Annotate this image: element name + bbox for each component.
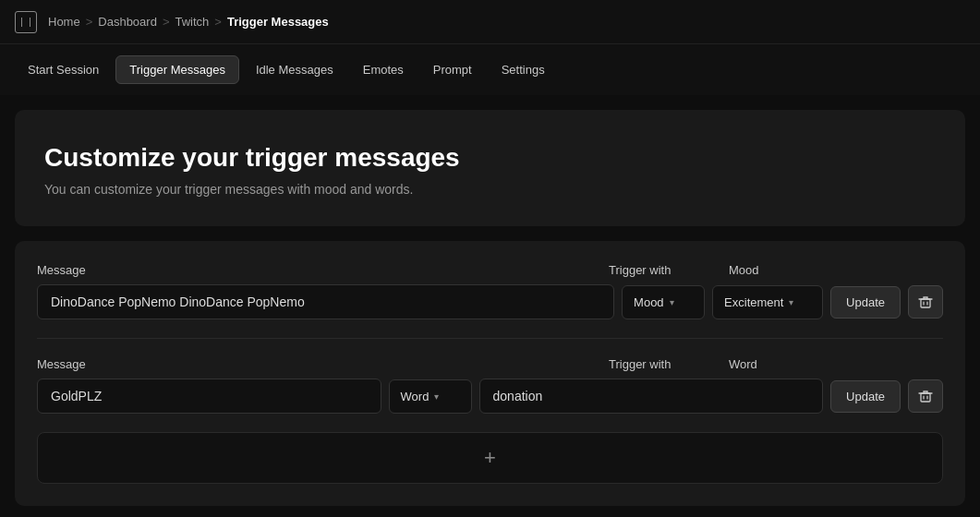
breadcrumb-current: Trigger Messages <box>227 15 329 29</box>
row1-delete-button[interactable] <box>908 285 943 319</box>
nav-item-prompt[interactable]: Prompt <box>420 56 485 83</box>
row1-update-button[interactable]: Update <box>830 286 901 319</box>
nav-item-start-session[interactable]: Start Session <box>15 56 112 83</box>
nav-item-emotes[interactable]: Emotes <box>350 56 417 83</box>
row2-message-input[interactable] <box>37 379 381 414</box>
row2-message-label: Message <box>37 357 601 371</box>
breadcrumb-twitch[interactable]: Twitch <box>175 15 209 29</box>
row2-trigger-chevron-icon: ▾ <box>434 391 439 402</box>
row1-mood-chevron-icon: ▾ <box>789 297 793 307</box>
row-divider <box>37 338 943 339</box>
message-row-1: Message Trigger with Mood Mood ▾ Excitem… <box>37 263 943 319</box>
add-icon: + <box>484 446 496 470</box>
cards-section: Message Trigger with Mood Mood ▾ Excitem… <box>15 241 965 506</box>
nav-item-trigger-messages[interactable]: Trigger Messages <box>115 55 239 84</box>
breadcrumb-sep-1: > <box>86 15 93 29</box>
row2-header: Message Trigger with Word <box>37 357 943 371</box>
row2-trigger-select[interactable]: Word ▾ <box>389 379 472 414</box>
add-message-button[interactable]: + <box>37 432 943 484</box>
nav: Start Session Trigger Messages Idle Mess… <box>0 44 980 95</box>
breadcrumb-home[interactable]: Home <box>48 15 80 29</box>
nav-item-settings[interactable]: Settings <box>489 56 558 83</box>
row1-mood-label: Mood <box>721 263 851 277</box>
breadcrumb-sep-3: > <box>214 15 222 29</box>
row1-trigger-chevron-icon: ▾ <box>670 297 674 307</box>
breadcrumb: Home > Dashboard > Twitch > Trigger Mess… <box>48 15 329 29</box>
row2-inputs: Word ▾ Update <box>37 379 943 414</box>
hero-section: Customize your trigger messages You can … <box>15 110 965 226</box>
row2-word-input[interactable] <box>479 379 824 414</box>
main-content: Customize your trigger messages You can … <box>0 95 980 517</box>
row1-message-input[interactable] <box>37 284 614 319</box>
message-row-2: Message Trigger with Word Word ▾ Update <box>37 357 943 414</box>
row2-trigger-label: Trigger with <box>601 357 721 371</box>
row2-trash-icon <box>918 389 933 403</box>
row2-update-button[interactable]: Update <box>830 380 901 413</box>
row2-trigger-value: Word <box>401 390 430 403</box>
row1-inputs: Mood ▾ Excitement ▾ Update <box>37 284 943 319</box>
breadcrumb-dashboard[interactable]: Dashboard <box>98 15 157 29</box>
svg-rect-1 <box>921 393 930 402</box>
row1-message-label: Message <box>37 263 601 277</box>
topbar: Home > Dashboard > Twitch > Trigger Mess… <box>0 0 980 44</box>
row1-trigger-select[interactable]: Mood ▾ <box>622 285 705 319</box>
breadcrumb-sep-2: > <box>163 15 170 29</box>
row2-delete-button[interactable] <box>908 379 943 413</box>
row1-trigger-label: Trigger with <box>601 263 721 277</box>
svg-rect-0 <box>921 299 930 307</box>
hero-title: Customize your trigger messages <box>44 143 936 173</box>
nav-item-idle-messages[interactable]: Idle Messages <box>243 56 346 83</box>
row1-header: Message Trigger with Mood <box>37 263 943 277</box>
row1-mood-value: Excitement <box>724 295 783 309</box>
hero-subtitle: You can customize your trigger messages … <box>44 182 936 197</box>
row1-mood-select[interactable]: Excitement ▾ <box>712 285 823 319</box>
sidebar-toggle-icon <box>21 18 30 27</box>
sidebar-toggle-button[interactable] <box>15 11 37 33</box>
row1-trigger-value: Mood <box>634 295 664 309</box>
row1-trash-icon <box>918 295 933 309</box>
row2-word-label: Word <box>721 357 851 371</box>
